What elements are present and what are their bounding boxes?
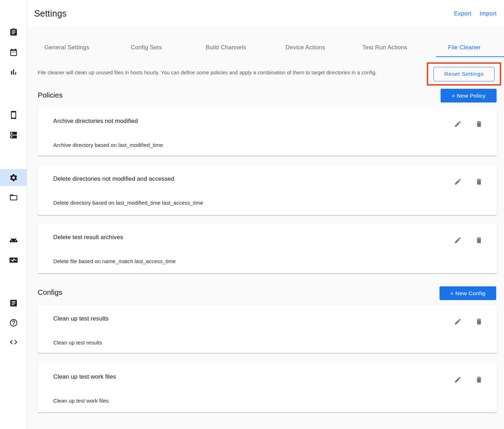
tab-general-settings[interactable]: General Settings [27,39,107,56]
sidebar-item-code[interactable] [0,334,27,350]
config-title: Clean up test results [53,315,109,322]
pencil-icon [454,120,462,128]
file-cleaner-description: File cleaner will clean up unused files … [38,69,390,76]
pencil-icon [454,318,462,325]
trash-icon [475,178,483,186]
smartphone-icon [9,111,18,119]
page-header: Settings Export Import [27,0,504,27]
card-actions [454,120,483,128]
policy-card: Delete directories not modified and acce… [38,165,497,215]
delete-policy-button[interactable] [475,120,483,128]
sidebar-item-calendar[interactable] [0,44,27,61]
edit-config-button[interactable] [454,376,462,384]
edit-policy-button[interactable] [454,236,462,244]
delete-policy-button[interactable] [475,178,483,186]
pencil-icon [454,236,462,244]
policy-title: Delete test result archives [53,234,123,241]
pencil-icon [454,178,462,186]
article-icon [9,299,18,307]
dns-icon [9,131,18,139]
policy-title: Archive directories not modified [53,118,138,125]
sidebar-item-dns[interactable] [0,126,27,143]
trash-icon [475,120,483,128]
header-links: Export Import [454,10,497,17]
import-link[interactable]: Import [479,10,497,17]
trash-icon [475,376,483,384]
edit-policy-button[interactable] [454,120,462,128]
delete-config-button[interactable] [475,318,483,325]
active-tab-ink-bar [436,56,504,57]
policy-title: Delete directories not modified and acce… [53,175,174,182]
export-link[interactable]: Export [454,10,472,17]
card-actions [454,318,483,325]
delete-policy-button[interactable] [475,236,483,244]
card-actions [454,236,483,244]
sidebar-item-bar-chart[interactable] [0,63,27,80]
monitor-icon [9,256,18,265]
folder-icon [9,193,18,202]
bar-chart-icon [9,68,18,76]
calendar-icon [9,48,18,57]
red-annotation-box: Reset Settings [427,62,501,86]
edit-config-button[interactable] [454,318,462,325]
trash-icon [475,318,483,325]
code-icon [9,338,18,347]
sidebar-item-smartphone[interactable] [0,106,27,123]
gear-icon [9,173,18,182]
policy-card: Archive directories not modified Archive… [38,107,497,156]
sidebar [0,0,27,429]
help-icon [9,318,18,327]
new-policy-button[interactable]: + New Policy [441,89,497,102]
tab-test-run-actions[interactable]: Test Run Actions [345,39,425,56]
policy-subtitle: Delete file based on name_match last_acc… [53,258,176,264]
page-title: Settings [34,8,67,19]
tab-build-channels[interactable]: Build Channels [186,39,266,56]
configs-section-title: Configs [38,288,62,297]
sidebar-item-article[interactable] [0,294,27,311]
reset-settings-button[interactable]: Reset Settings [434,67,494,81]
tab-config-sets[interactable]: Config Sets [107,39,186,56]
settings-tabbar: General Settings Config Sets Build Chann… [27,39,504,56]
sidebar-item-android[interactable] [0,231,27,248]
card-actions [454,376,483,384]
android-icon [9,236,18,244]
sidebar-item-monitor[interactable] [0,251,27,268]
trash-icon [475,236,483,244]
config-title: Clean up test work files [53,373,116,380]
sidebar-item-assignment[interactable] [0,24,27,41]
config-card: Clean up test work files Clean up test w… [38,363,497,412]
assignment-icon [9,28,18,37]
card-actions [454,178,483,186]
sidebar-item-folder[interactable] [0,189,27,206]
sidebar-item-help[interactable] [0,314,27,331]
edit-policy-button[interactable] [454,178,462,186]
new-config-button[interactable]: + New Config [440,286,496,300]
pencil-icon [454,376,462,384]
tab-file-cleaner[interactable]: File Cleaner [425,39,504,56]
delete-config-button[interactable] [475,376,483,384]
policy-subtitle: Delete directory based on last_modified_… [53,200,203,206]
sidebar-item-settings[interactable] [0,169,27,186]
config-subtitle: Clean up test work files [53,398,109,404]
config-card: Clean up test results Clean up test resu… [38,305,497,353]
tab-device-actions[interactable]: Device Actions [266,39,345,56]
config-subtitle: Clean up test results [53,340,102,346]
policy-subtitle: Archive directory based on last_modified… [53,142,163,148]
policies-section-title: Policies [38,91,63,99]
settings-content: General Settings Config Sets Build Chann… [27,27,504,429]
policy-card: Delete test result archives Delete file … [38,224,497,273]
